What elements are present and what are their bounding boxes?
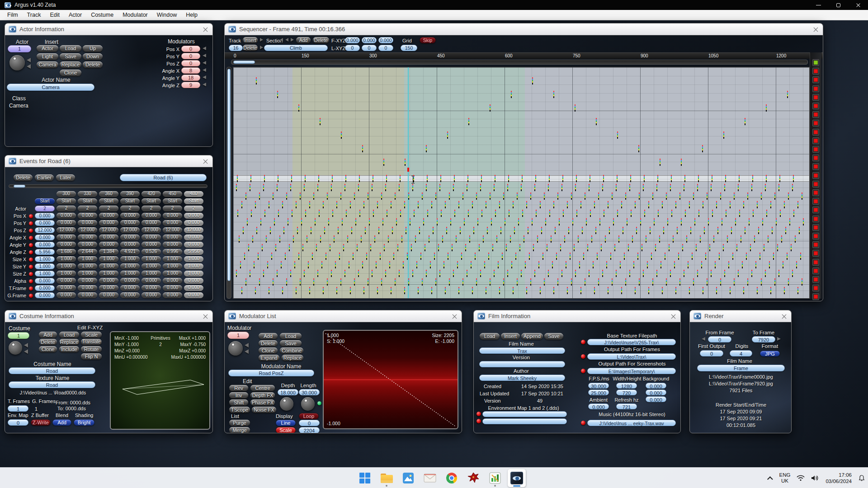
event-marker[interactable] [354,192,355,200]
event-marker[interactable] [256,77,257,84]
event-cell[interactable]: 5.956 [184,249,203,255]
event-marker[interactable] [393,253,394,260]
event-cell[interactable]: 1.000 [99,256,118,262]
event-marker[interactable] [533,244,534,251]
film-save-button[interactable]: Save [544,333,563,340]
event-marker[interactable] [475,253,476,260]
event-marker[interactable] [753,210,754,217]
event-marker[interactable] [739,175,740,182]
event-marker[interactable] [616,184,617,191]
notification-bell-icon[interactable] [858,474,865,482]
event-marker[interactable] [593,261,594,268]
event-marker[interactable] [521,184,522,191]
event-marker[interactable] [244,253,245,260]
event-marker[interactable] [381,278,382,286]
event-marker[interactable] [590,210,591,217]
event-marker[interactable] [374,235,375,243]
event-marker[interactable] [734,192,735,200]
event-marker[interactable] [496,235,497,243]
event-cell[interactable]: 0.000 [142,285,161,291]
event-marker[interactable] [792,270,793,277]
events-start-header[interactable]: Start [99,198,118,204]
event-marker[interactable] [399,184,400,191]
event-marker[interactable] [480,184,481,191]
track-toggle-red[interactable] [813,259,819,265]
event-marker[interactable] [427,175,428,182]
event-marker[interactable] [241,287,242,294]
event-marker[interactable] [334,235,335,243]
event-marker[interactable] [507,270,508,277]
event-marker[interactable] [471,261,472,268]
event-marker[interactable] [452,244,453,251]
event-cell[interactable]: 0.000 [184,235,203,240]
event-marker[interactable] [787,253,788,260]
event-marker[interactable] [761,278,762,286]
event-marker[interactable] [578,235,579,243]
event-marker[interactable] [719,253,720,260]
event-marker[interactable] [487,227,488,234]
event-marker[interactable] [745,118,745,125]
film-panel-titlebar[interactable]: Film Information [474,310,680,322]
event-marker[interactable] [410,218,410,225]
modulator-arrow-icon[interactable] [203,61,206,65]
event-marker[interactable] [635,287,636,294]
event-marker[interactable] [642,244,642,251]
event-marker[interactable] [654,218,655,225]
event-marker[interactable] [723,131,724,139]
event-marker[interactable] [431,287,432,294]
event-marker[interactable] [617,210,618,217]
event-marker[interactable] [716,287,717,294]
shift-button[interactable]: Shift [229,399,248,406]
event-marker[interactable] [318,175,319,182]
event-cell[interactable]: 0.000 [57,278,76,284]
modulator-load-button[interactable]: Load [280,333,302,339]
sequencer-vscrollbar-thumb[interactable] [227,69,231,281]
event-marker[interactable] [301,218,302,225]
event-marker[interactable] [517,278,518,286]
event-marker[interactable] [778,184,779,191]
event-cell[interactable]: 12.000 [78,227,97,233]
event-marker[interactable] [454,175,455,182]
modulator-arrow-icon[interactable] [203,47,206,50]
event-marker[interactable] [507,184,508,191]
event-marker[interactable] [300,192,301,200]
modulator-value-field[interactable]: 8 [181,67,200,74]
event-marker[interactable] [596,118,597,125]
modulator-value-field[interactable]: 0 [181,60,200,66]
event-marker[interactable] [803,218,804,225]
event-marker[interactable] [517,192,518,200]
event-marker[interactable] [693,278,694,286]
event-marker[interactable] [738,184,739,191]
event-marker[interactable] [294,261,295,268]
event-marker[interactable] [702,145,703,152]
event-marker[interactable] [571,192,572,200]
event-marker[interactable] [396,218,397,225]
event-marker[interactable] [605,235,606,243]
event-marker[interactable] [551,235,552,243]
event-marker[interactable] [326,253,326,260]
event-marker[interactable] [580,287,581,294]
event-marker[interactable] [638,145,639,152]
track-toggle-red[interactable] [813,164,819,169]
combine-button[interactable]: Combine [280,347,303,354]
event-record-led[interactable] [29,250,33,254]
event-cell[interactable]: 1.000 [120,271,140,277]
event-marker[interactable] [480,270,481,277]
event-marker[interactable] [734,278,735,286]
event-marker[interactable] [574,244,575,251]
event-marker[interactable] [692,253,693,260]
event-marker[interactable] [338,227,339,234]
tray-chevron-icon[interactable] [767,476,773,482]
event-marker[interactable] [359,210,360,217]
event-marker[interactable] [713,235,714,243]
event-cell[interactable]: 12.000 [99,227,118,233]
event-marker[interactable] [263,184,264,191]
event-marker[interactable] [290,184,291,191]
event-marker[interactable] [761,192,762,200]
event-marker[interactable] [776,218,777,225]
event-marker[interactable] [712,175,712,182]
expand-button[interactable]: Expand [259,355,279,361]
event-marker[interactable] [603,175,604,182]
event-marker[interactable] [602,270,603,277]
event-marker[interactable] [698,175,699,182]
